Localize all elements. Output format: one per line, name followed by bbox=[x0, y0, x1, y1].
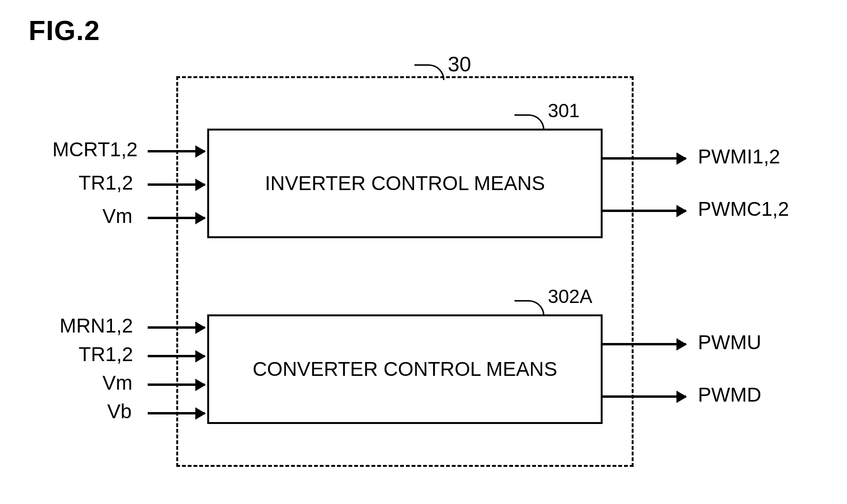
label-out-pwmc: PWMC1,2 bbox=[698, 198, 789, 221]
converter-block-label: CONVERTER CONTROL MEANS bbox=[252, 358, 557, 381]
arrow-out-pwmu bbox=[603, 343, 686, 345]
diagram-stage: FIG.2 30 INVERTER CONTROL MEANS 301 MCRT… bbox=[0, 0, 847, 504]
arrow-in-mrn bbox=[148, 326, 205, 329]
container-ref-curve bbox=[414, 64, 444, 80]
converter-block: CONVERTER CONTROL MEANS bbox=[207, 314, 603, 424]
inverter-block-label: INVERTER CONTROL MEANS bbox=[265, 172, 545, 195]
label-in-vm-conv: Vm bbox=[102, 372, 132, 394]
label-in-vm-inv: Vm bbox=[102, 205, 132, 228]
label-in-vb: Vb bbox=[107, 400, 131, 423]
inverter-block: INVERTER CONTROL MEANS bbox=[207, 129, 603, 238]
controller-container-ref: 30 bbox=[448, 52, 471, 76]
label-out-pwmu: PWMU bbox=[698, 331, 761, 354]
arrow-in-mcrt bbox=[148, 150, 205, 152]
arrow-out-pwmd bbox=[603, 395, 686, 398]
converter-block-ref: 302A bbox=[548, 286, 592, 307]
arrow-in-vb bbox=[148, 412, 205, 414]
arrow-in-tr-inv bbox=[148, 183, 205, 186]
label-out-pwmd: PWMD bbox=[698, 383, 761, 406]
arrow-out-pwmc bbox=[603, 210, 686, 212]
label-out-pwmi: PWMI1,2 bbox=[698, 145, 780, 168]
figure-title: FIG.2 bbox=[29, 14, 100, 46]
inverter-block-ref: 301 bbox=[548, 100, 580, 121]
label-in-tr-conv: TR1,2 bbox=[79, 343, 133, 366]
label-in-mcrt: MCRT1,2 bbox=[52, 138, 138, 161]
arrow-in-vm-inv bbox=[148, 217, 205, 219]
arrow-in-vm-conv bbox=[148, 383, 205, 386]
label-in-mrn: MRN1,2 bbox=[60, 314, 133, 337]
label-in-tr-inv: TR1,2 bbox=[79, 171, 133, 194]
arrow-out-pwmi bbox=[603, 157, 686, 160]
arrow-in-tr-conv bbox=[148, 355, 205, 357]
